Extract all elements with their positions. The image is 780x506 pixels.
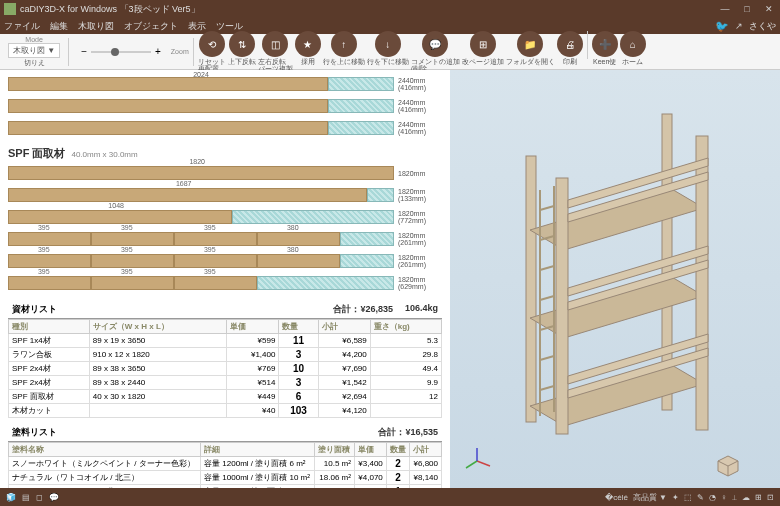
status-tool-1[interactable]: ✦ [672, 493, 679, 502]
mode-dropdown[interactable]: 木取り図 ▼ [8, 43, 60, 58]
table-row: チェリー（ワトコオイル / 北三）容量 200ml / 塗り面積 2 m²1.2… [9, 485, 442, 489]
svg-line-18 [540, 296, 554, 300]
mode-label: Mode [25, 36, 43, 43]
zoom-out-icon[interactable]: − [81, 46, 87, 57]
status-icon-2[interactable]: ▤ [22, 493, 30, 502]
model-bunkbed [490, 100, 730, 440]
table-row: SPF 2x4材89 x 38 x 2440¥5143¥1,5429.9 [9, 376, 442, 390]
toolbar-btn-8[interactable]: 📁 [517, 31, 543, 57]
status-icon-4[interactable]: 💬 [49, 493, 59, 502]
svg-rect-1 [526, 156, 536, 422]
quality-indicator[interactable]: �célé [605, 493, 628, 502]
status-icon-3[interactable]: ◻ [36, 493, 43, 502]
toolbar-btn-7[interactable]: ⊞ [470, 31, 496, 57]
status-tool-2[interactable]: ⬚ [684, 493, 692, 502]
app-icon [4, 3, 16, 15]
toolbar-btn-1[interactable]: ⇅ [229, 31, 255, 57]
status-tool-8[interactable]: ⊞ [755, 493, 762, 502]
maximize-button[interactable]: □ [740, 2, 754, 16]
axes-gizmo[interactable] [462, 446, 492, 476]
toolbar: Mode 木取り図 ▼ 切りえ − + Zoom ⟲リセット 再配置⇅上下反転◫… [0, 34, 780, 70]
materials-total-weight: 106.4kg [405, 303, 438, 316]
zoom-in-icon[interactable]: + [155, 46, 161, 57]
minimize-button[interactable]: — [718, 2, 732, 16]
zoom-label: Zoom [171, 48, 189, 55]
menu-file[interactable]: ファイル [4, 20, 40, 33]
toolbar-btn-0[interactable]: ⟲ [199, 31, 225, 57]
svg-line-20 [540, 356, 554, 360]
paints-table: 塗料名称詳細塗り面積単価数量小計スノーホワイト（ミルクペイント / ターナー色彩… [8, 442, 442, 488]
user-label[interactable]: さくや [749, 20, 776, 33]
toolbar-btn-9[interactable]: 🖨 [557, 31, 583, 57]
menu-edit[interactable]: 編集 [50, 20, 68, 33]
status-tool-6[interactable]: ⟂ [732, 493, 737, 502]
titlebar: caDIY3D-X for Windows 「3段ベッド Ver5」 — □ ✕ [0, 0, 780, 18]
svg-line-17 [540, 266, 554, 270]
toolbar-btn-4[interactable]: ↑ [331, 31, 357, 57]
toolbar-btn-2[interactable]: ◫ [262, 31, 288, 57]
spf-title: SPF 面取材 [8, 146, 65, 161]
svg-rect-6 [556, 178, 568, 434]
left-panel: 20242440mm(416mm)2440mm(416mm)2440mm(416… [0, 70, 450, 488]
materials-table: 種別サイズ（W x H x L）単価数量小計重さ（kg)SPF 1x4材89 x… [8, 319, 442, 418]
statusbar: 🧊 ▤ ◻ 💬 �célé 高品質 ▼ ✦ ⬚ ✎ ◔ ♀ ⟂ ☁ ⊞ ⊡ [0, 488, 780, 506]
quality-dropdown[interactable]: 高品質 ▼ [633, 492, 667, 503]
toolbar-btn-5[interactable]: ↓ [375, 31, 401, 57]
menu-object[interactable]: オブジェクト [124, 20, 178, 33]
table-row: SPF 1x4材89 x 19 x 3650¥59911¥6,5895.3 [9, 334, 442, 348]
paints-title: 塗料リスト [12, 426, 57, 439]
table-row: SPF 面取材40 x 30 x 1820¥4496¥2,69412 [9, 390, 442, 404]
toolbar-btn-3[interactable]: ★ [295, 31, 321, 57]
status-tool-3[interactable]: ✎ [697, 493, 704, 502]
status-tool-4[interactable]: ◔ [709, 493, 716, 502]
table-row: ナチュラル（ワトコオイル / 北三）容量 1000ml / 塗り面積 10 m²… [9, 471, 442, 485]
toolbar-btn-11[interactable]: ⌂ [620, 31, 646, 57]
materials-total-price: ¥26,835 [360, 304, 393, 314]
table-row: SPF 2x4材89 x 38 x 3650¥76910¥7,69049.4 [9, 362, 442, 376]
window-title: caDIY3D-X for Windows 「3段ベッド Ver5」 [20, 3, 718, 16]
toolbar-btn-10[interactable]: ➕ [592, 31, 618, 57]
status-tool-9[interactable]: ⊡ [767, 493, 774, 502]
paints-total-price: ¥16,535 [405, 427, 438, 437]
view-cube[interactable] [716, 454, 740, 478]
materials-title: 資材リスト [12, 303, 57, 316]
svg-line-15 [540, 206, 554, 210]
status-icon-1[interactable]: 🧊 [6, 493, 16, 502]
svg-line-23 [466, 461, 477, 468]
spf-dims: 40.0mm x 30.0mm [71, 150, 137, 159]
status-tool-7[interactable]: ☁ [742, 493, 750, 502]
menu-cutlist[interactable]: 木取り図 [78, 20, 114, 33]
table-row: スノーホワイト（ミルクペイント / ターナー色彩）容量 1200ml / 塗り面… [9, 457, 442, 471]
svg-line-22 [477, 461, 490, 466]
twitter-icon[interactable]: 🐦 [715, 20, 729, 33]
viewport-3d[interactable] [450, 70, 780, 488]
svg-line-21 [540, 386, 554, 390]
status-tool-5[interactable]: ♀ [721, 493, 727, 502]
table-row: 木材カット¥40103¥4,120 [9, 404, 442, 418]
table-row: ラワン合板910 x 12 x 1820¥1,4003¥4,20029.8 [9, 348, 442, 362]
zoom-slider[interactable] [91, 51, 151, 53]
close-button[interactable]: ✕ [762, 2, 776, 16]
toolbar-btn-6[interactable]: 💬 [422, 31, 448, 57]
switch-label: 切りえ [24, 58, 45, 68]
share-icon[interactable]: ↗ [735, 21, 743, 31]
